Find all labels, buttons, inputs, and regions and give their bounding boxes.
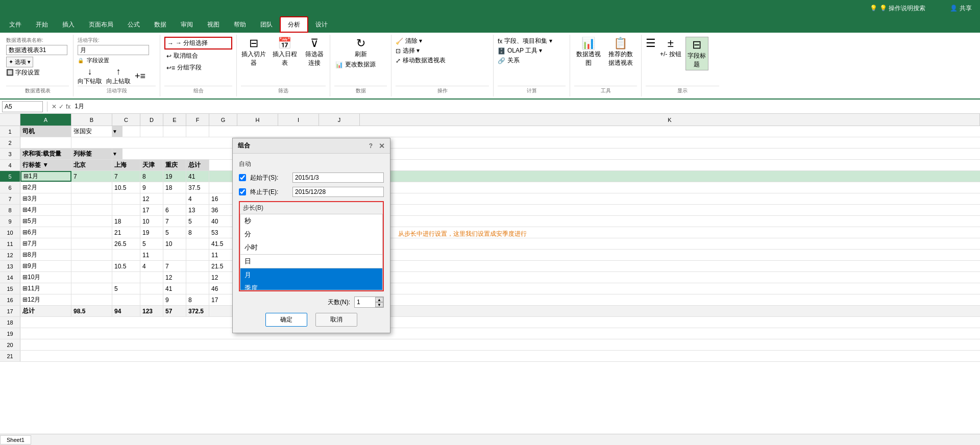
start-row: 起始于(S): (239, 172, 384, 183)
spin-down-btn[interactable]: ▼ (375, 302, 383, 307)
days-row: 天数(N): ▲ ▼ (239, 296, 384, 308)
list-item-sec[interactable]: 秒 (240, 214, 382, 228)
days-input-wrap: ▲ ▼ (354, 296, 384, 308)
dialog-title-text: 组合 (238, 141, 250, 150)
ok-button[interactable]: 确定 (265, 313, 307, 327)
list-item-hour[interactable]: 小时 (240, 241, 382, 254)
step-list: 秒 分 小时 日 月 季度 年 (240, 214, 383, 290)
grouping-dialog: 组合 ? ✕ 自动 起始于(S): 终止于(E): 步长(B) (232, 138, 390, 333)
dialog-help-icon[interactable]: ? (369, 142, 373, 150)
end-checkbox[interactable] (239, 188, 246, 195)
days-spinner: ▲ ▼ (375, 297, 383, 307)
list-item-quarter[interactable]: 季度 (240, 282, 382, 290)
end-value-input[interactable] (292, 187, 384, 197)
list-item-month[interactable]: 月 (240, 268, 382, 282)
cancel-button[interactable]: 取消 (315, 313, 357, 327)
start-value-input[interactable] (292, 172, 384, 183)
end-label: 终止于(E): (250, 188, 288, 196)
list-item-day[interactable]: 日 (240, 254, 382, 268)
start-label: 起始于(S): (250, 174, 288, 182)
list-item-min[interactable]: 分 (240, 228, 382, 241)
dialog-overlay: 组合 ? ✕ 自动 起始于(S): 终止于(E): 步长(B) (0, 0, 980, 445)
step-label: 步长(B) (240, 202, 383, 214)
step-section: 步长(B) 秒 分 小时 日 月 季度 年 (239, 201, 384, 291)
end-row: 终止于(E): (239, 187, 384, 197)
days-value-input[interactable] (355, 298, 375, 307)
days-label: 天数(N): (328, 298, 350, 307)
dialog-title-bar: 组合 ? ✕ (233, 138, 390, 154)
spin-up-btn[interactable]: ▲ (375, 297, 383, 302)
start-checkbox[interactable] (239, 174, 246, 181)
dialog-body: 自动 起始于(S): 终止于(E): 步长(B) 秒 分 小时 日 (233, 154, 390, 333)
dialog-close-btn[interactable]: ✕ (379, 142, 385, 150)
auto-label: 自动 (239, 160, 384, 168)
dialog-buttons: 确定 取消 (239, 313, 384, 327)
